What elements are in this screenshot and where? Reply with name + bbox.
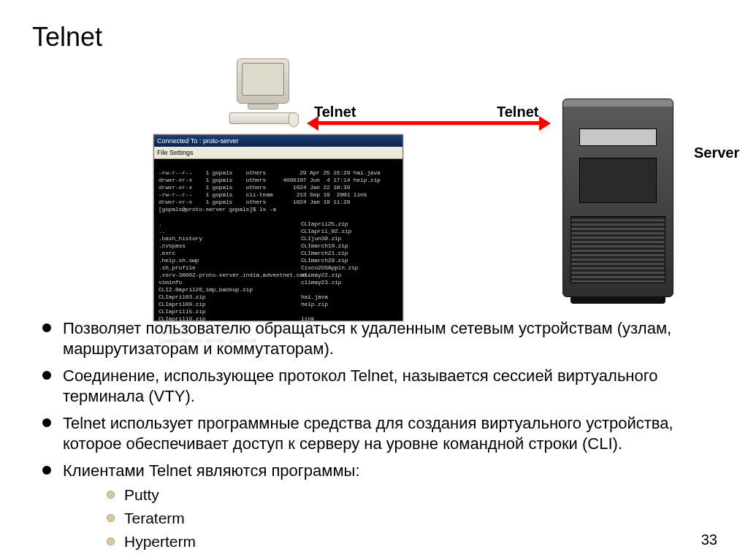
terminal-title: Connected To : proto-server [154, 135, 402, 147]
page-title: Telnet [32, 22, 719, 53]
client-computer [212, 58, 314, 124]
label-telnet-right: Telnet [497, 104, 538, 120]
sub-bullet-item: Teraterm [63, 509, 719, 528]
bullet-item: Соединение, использующее протокол Telnet… [29, 366, 719, 406]
terminal-menu: File Settings [154, 147, 402, 159]
mouse-icon [289, 112, 299, 127]
double-arrow [317, 121, 541, 125]
label-telnet-left: Telnet [314, 104, 356, 120]
terminal-col-right: CLIapril25.zip CLIapril_02.zip CLIjun30.… [301, 220, 389, 323]
bullet-item: Клиентами Telnet являются программы: Put… [29, 461, 719, 551]
page-number: 33 [701, 532, 717, 548]
bullet-item: Telnet использует программные средства д… [29, 413, 719, 453]
terminal-window: Connected To : proto-server File Setting… [153, 134, 403, 321]
sub-bullet-item: Putty [63, 486, 719, 505]
bullet-item: Позволяет пользователю обращаться к удал… [29, 318, 719, 358]
diagram-area: Telnet Telnet Server Connected To : prot… [88, 58, 745, 314]
terminal-listing: -rw-r--r-- 1 gopals others 29 Apr 25 15:… [159, 169, 381, 212]
server-tower [562, 99, 673, 297]
bullet-text: Клиентами Telnet являются программы: [63, 461, 360, 480]
sub-bullet-item: Hyperterm [63, 532, 719, 551]
bullet-content: Позволяет пользователю обращаться к удал… [29, 318, 719, 551]
label-server: Server [694, 145, 739, 161]
